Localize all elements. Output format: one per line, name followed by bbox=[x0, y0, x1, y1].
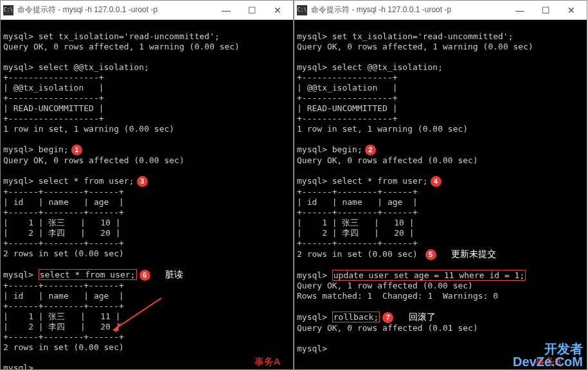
line: Query OK, 0 rows affected, 1 warning (0.… bbox=[297, 42, 533, 51]
line: 2 rows in set (0.00 sec) bbox=[297, 249, 418, 259]
line: | 2 | 李四 | 20 | bbox=[3, 228, 121, 238]
line: 1 row in set, 1 warning (0.00 sec) bbox=[3, 124, 174, 134]
line: 2 rows in set (0.00 sec) bbox=[3, 249, 124, 258]
line: mysql> set tx_isolation='read-uncommitte… bbox=[297, 31, 513, 41]
line: +------+--------+------+ bbox=[297, 187, 418, 197]
terminal-output-b[interactable]: mysql> set tx_isolation='read-uncommitte… bbox=[294, 20, 587, 369]
step-badge-5: 5 bbox=[425, 249, 436, 260]
step-badge-7: 7 bbox=[382, 312, 393, 323]
line: mysql> select @@tx_isolation; bbox=[3, 62, 149, 72]
step-badge-4: 4 bbox=[431, 176, 441, 187]
annotation-update-uncommitted: 更新未提交 bbox=[451, 249, 496, 259]
line: +------------------+ bbox=[297, 93, 398, 103]
maximize-button-b[interactable]: ☐ bbox=[533, 1, 558, 19]
prompt: mysql> bbox=[3, 363, 39, 369]
line: +------+--------+------+ bbox=[297, 207, 418, 217]
line: Query OK, 0 rows affected, 1 warning (0.… bbox=[3, 42, 240, 51]
line: mysql> begin; bbox=[3, 145, 69, 154]
line: mysql> set tx_isolation='read-uncommitte… bbox=[3, 31, 220, 41]
minimize-button-a[interactable]: — bbox=[213, 1, 239, 19]
highlighted-cmd-rollback: rollback; bbox=[332, 312, 380, 322]
close-button-b[interactable]: ✕ bbox=[558, 1, 584, 19]
highlighted-cmd-select: select * from user; bbox=[39, 269, 137, 280]
line: mysql> select * from user; bbox=[297, 176, 428, 186]
line: mysql> select @@tx_isolation; bbox=[297, 62, 443, 72]
line: Query OK, 0 rows affected (0.01 sec) bbox=[297, 323, 478, 333]
watermark: 开发者DevZe.CoM bbox=[513, 342, 583, 368]
line: +------+--------+------+ bbox=[3, 187, 124, 197]
line: Query OK, 0 rows affected (0.00 sec) bbox=[297, 155, 478, 165]
terminal-window-a: C:\ 命令提示符 - mysql -h 127.0.0.1 -uroot -p… bbox=[0, 0, 294, 370]
line: | id | name | age | bbox=[3, 291, 124, 301]
line: +------+--------+------+ bbox=[3, 238, 124, 248]
prompt: mysql> bbox=[3, 270, 39, 279]
highlighted-cmd-update: update user set age = 11 where id = 1; bbox=[332, 270, 526, 281]
close-button-a[interactable]: ✕ bbox=[265, 1, 290, 19]
line: Query OK, 0 rows affected (0.00 sec) bbox=[3, 155, 184, 165]
step-badge-6: 6 bbox=[139, 270, 150, 281]
cmd-icon: C:\ bbox=[3, 5, 13, 15]
minimize-button-b[interactable]: — bbox=[507, 1, 533, 19]
prompt: mysql> bbox=[297, 312, 332, 322]
line: Query OK, 1 row affected (0.00 sec) bbox=[297, 281, 473, 290]
cmd-icon: C:\ bbox=[297, 5, 307, 15]
line: 1 row in set, 1 warning (0.00 sec) bbox=[297, 124, 468, 134]
line: | id | name | age | bbox=[3, 197, 124, 207]
line: mysql> select * from user; bbox=[3, 176, 134, 186]
line: +------------------+ bbox=[3, 73, 104, 82]
line: +------+--------+------+ bbox=[3, 207, 124, 217]
step-badge-3: 3 bbox=[137, 176, 148, 187]
line: | id | name | age | bbox=[297, 197, 418, 207]
line: +------+--------+------+ bbox=[297, 238, 418, 248]
line: +------+--------+------+ bbox=[3, 332, 124, 342]
annotation-rolled-back: 回滚了 bbox=[409, 312, 436, 322]
line: 2 rows in set (0.00 sec) bbox=[3, 342, 124, 352]
line: | @@tx_isolation | bbox=[3, 83, 104, 92]
line: | 1 | 张三 | 10 | bbox=[297, 218, 414, 227]
window-title-a: 命令提示符 - mysql -h 127.0.0.1 -uroot -p bbox=[17, 4, 213, 15]
window-title-b: 命令提示符 - mysql -h 127.0.0.1 -uroot -p bbox=[311, 4, 507, 15]
line: | 2 | 李四 | 20 | bbox=[3, 322, 121, 331]
step-badge-2: 2 bbox=[365, 145, 376, 155]
titlebar-a: C:\ 命令提示符 - mysql -h 127.0.0.1 -uroot -p… bbox=[1, 1, 293, 20]
line: +------------------+ bbox=[3, 114, 104, 123]
transaction-label-a: 事务A bbox=[254, 357, 280, 367]
titlebar-b: C:\ 命令提示符 - mysql -h 127.0.0.1 -uroot -p… bbox=[294, 1, 587, 20]
line: | 2 | 李四 | 20 | bbox=[297, 228, 414, 238]
annotation-dirty-read: 脏读 bbox=[165, 269, 183, 279]
line: | 1 | 张三 | 11 | bbox=[3, 312, 121, 321]
line: +------------------+ bbox=[297, 114, 398, 123]
terminal-output-a[interactable]: mysql> set tx_isolation='read-uncommitte… bbox=[1, 20, 293, 369]
prompt: mysql> bbox=[297, 270, 332, 280]
step-badge-1: 1 bbox=[71, 145, 82, 155]
terminal-window-b: C:\ 命令提示符 - mysql -h 127.0.0.1 -uroot -p… bbox=[294, 0, 587, 370]
line: +------------------+ bbox=[297, 73, 398, 82]
line: +------+--------+------+ bbox=[3, 281, 124, 290]
line: | 1 | 张三 | 10 | bbox=[3, 218, 121, 227]
maximize-button-a[interactable]: ☐ bbox=[239, 1, 265, 19]
line: +------------------+ bbox=[3, 93, 104, 103]
line: Rows matched: 1 Changed: 1 Warnings: 0 bbox=[297, 291, 498, 301]
prompt: mysql> bbox=[297, 344, 332, 353]
line: | READ-UNCOMMITTED | bbox=[297, 103, 398, 113]
line: mysql> begin; bbox=[297, 145, 362, 154]
line: +------+--------+------+ bbox=[3, 301, 124, 311]
line: | @@tx_isolation | bbox=[297, 83, 398, 92]
line: | READ-UNCOMMITTED | bbox=[3, 103, 104, 113]
